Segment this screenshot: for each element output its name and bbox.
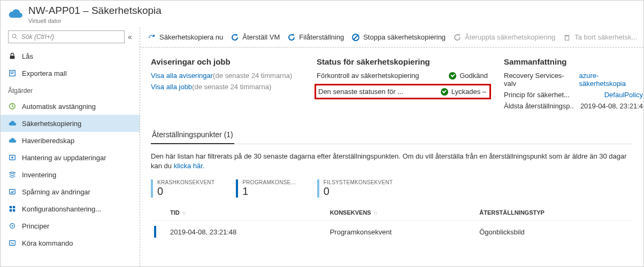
- lock-icon: [8, 52, 17, 60]
- sidebar-item-change-tracking[interactable]: Spårning av ändringar: [1, 183, 140, 200]
- restore-vm-button[interactable]: Återställ VM: [231, 33, 280, 42]
- export-icon: [8, 69, 17, 77]
- sidebar-item-label: Konfigurationshantering...: [22, 205, 101, 213]
- sidebar-item-label: Exportera mall: [22, 69, 67, 77]
- click-here-link[interactable]: klicka här.: [174, 162, 205, 170]
- sidebar-item-auto-shutdown[interactable]: Automatisk avstängning: [1, 98, 140, 115]
- column-recovery-type[interactable]: ÅTERSTÄLLNINGSTYP: [476, 205, 633, 221]
- stop-backup-button[interactable]: Stoppa säkerhetskopiering: [351, 33, 446, 42]
- svg-rect-2: [10, 56, 15, 59]
- svg-rect-10: [10, 206, 12, 208]
- view-jobs-suffix: (de senaste 24 timmarna): [192, 83, 271, 91]
- stop-icon: [351, 33, 360, 42]
- backup-now-icon: [148, 33, 156, 42]
- oldest-key: Äldsta återställningsp..: [504, 102, 574, 110]
- policy-key: Princip för säkerhet...: [504, 91, 570, 99]
- sidebar-item-label: Inventering: [22, 171, 56, 179]
- restore-points-table: TID↑↓ KONSEKVENS↑↓ ÅTERSTÄLLNINGSTYP 201…: [151, 205, 633, 243]
- sidebar-item-export-template[interactable]: Exportera mall: [1, 65, 140, 82]
- svg-rect-20: [565, 35, 570, 36]
- sort-icon: ↑↓: [373, 210, 377, 216]
- search-placeholder: Sök (Ctrl+/): [21, 33, 54, 41]
- search-input[interactable]: Sök (Ctrl+/): [8, 30, 125, 43]
- precheck-value: Godkänd: [459, 72, 488, 80]
- svg-point-0: [12, 34, 16, 38]
- restore-points-tab[interactable]: Återställningspunkter (1): [151, 127, 234, 144]
- svg-line-1: [16, 38, 18, 40]
- last-backup-status-highlight: Den senaste statusen för ... Lyckades –: [315, 84, 491, 99]
- vault-link[interactable]: azure-säkerhetskopia: [579, 72, 643, 88]
- sidebar-item-locks[interactable]: Lås: [1, 48, 140, 65]
- updates-icon: [8, 153, 17, 162]
- trash-icon: [563, 33, 571, 42]
- sort-icon: ↑↓: [182, 210, 185, 216]
- button-label: Säkerhetskopiera nu: [159, 33, 223, 41]
- oldest-value: 2019-04-08, 23:21:4: [580, 102, 643, 110]
- sidebar-collapse-icon[interactable]: «: [125, 33, 135, 41]
- success-icon: [441, 88, 448, 96]
- column-consistency[interactable]: KONSEKVENS↑↓: [327, 205, 477, 221]
- sidebar-item-label: Spårning av ändringar: [22, 188, 90, 196]
- metric-value: 1: [242, 185, 296, 198]
- svg-line-18: [354, 35, 358, 40]
- file-restore-button[interactable]: Filåterställning: [287, 33, 344, 42]
- svg-rect-12: [10, 209, 12, 211]
- svg-rect-4: [11, 72, 14, 72]
- sidebar-item-disaster-recovery[interactable]: Haveriberedskap: [1, 132, 140, 149]
- sidebar-item-run-command[interactable]: Köra kommando: [1, 234, 140, 252]
- page-header: NW-APP01 – Säkerhetskopia Virtuell dator: [1, 1, 643, 27]
- svg-rect-5: [11, 73, 13, 74]
- metric-label: PROGRAMKONSE...: [242, 179, 296, 185]
- metric-crash-consistent[interactable]: KRASHKONSEKVENT 0: [151, 179, 214, 198]
- backup-now-button[interactable]: Säkerhetskopiera nu: [148, 33, 223, 42]
- column-time[interactable]: TID↑↓: [167, 205, 327, 221]
- metric-value: 0: [324, 185, 393, 198]
- svg-rect-13: [13, 209, 15, 211]
- cloud-icon: [8, 136, 17, 145]
- view-all-jobs-link[interactable]: Visa alla jobb: [151, 83, 192, 91]
- page-subtitle: Virtuell dator: [28, 18, 162, 24]
- cloud-icon: [8, 7, 23, 19]
- sidebar-item-update-management[interactable]: Hantering av uppdateringar: [1, 149, 140, 166]
- success-icon: [449, 72, 456, 80]
- cell-time: 2019-04-08, 23:21:48: [167, 221, 327, 244]
- status-heading: Status för säkerhetskopiering: [317, 57, 488, 66]
- button-label: Filåterställning: [299, 33, 344, 41]
- sidebar-item-label: Automatisk avstängning: [22, 103, 96, 111]
- svg-rect-11: [13, 206, 15, 208]
- policy-link[interactable]: DefaulPolicy: [604, 91, 643, 99]
- svg-rect-19: [565, 36, 569, 40]
- sidebar-item-label: Haveriberedskap: [22, 137, 74, 145]
- last-status-value: Lyckades –: [451, 88, 486, 96]
- search-icon: [12, 34, 18, 40]
- sidebar-item-label: Hantering av uppdateringar: [22, 154, 106, 162]
- restore-points-description: Den här listan har filtrerats på de 30 s…: [151, 152, 633, 171]
- sidebar-item-backup[interactable]: Säkerhetskopiering: [1, 115, 140, 132]
- restore-vm-icon: [231, 33, 239, 42]
- sidebar: Sök (Ctrl+/) « Lås Exportera mall Åtgärd…: [1, 27, 140, 266]
- sidebar-item-label: Säkerhetskopiering: [22, 120, 81, 128]
- metric-app-consistent[interactable]: PROGRAMKONSE... 1: [236, 179, 296, 198]
- metric-fs-consistent[interactable]: FILSYSTEMKONSEKVENT 0: [317, 179, 393, 198]
- sidebar-item-config-management[interactable]: Konfigurationshantering...: [1, 200, 140, 217]
- alerts-heading: Aviseringar och jobb: [151, 57, 301, 66]
- sidebar-item-policies[interactable]: Principer: [1, 217, 140, 234]
- table-row[interactable]: 2019-04-08, 23:21:48 Programkonsekvent Ö…: [151, 221, 633, 244]
- summary-heading: Sammanfattning: [504, 57, 643, 66]
- resume-icon: [453, 33, 462, 42]
- button-label: Återuppta säkerhetskopiering: [465, 33, 555, 41]
- cell-consistency: Programkonsekvent: [327, 221, 477, 244]
- cell-recovery-type: Ögonblicksbild: [476, 221, 633, 244]
- view-all-alerts-link[interactable]: Visa alla aviseringar: [151, 72, 213, 80]
- svg-point-15: [12, 225, 13, 227]
- button-label: Stoppa säkerhetskopiering: [363, 33, 446, 41]
- command-bar: Säkerhetskopiera nu Återställ VM Filåter…: [140, 27, 643, 48]
- last-status-label: Den senaste statusen för ...: [318, 88, 403, 96]
- row-marker: [154, 226, 156, 238]
- sidebar-item-inventory[interactable]: Inventering: [1, 166, 140, 183]
- button-label: Ta bort säkerhetsk...: [574, 33, 637, 41]
- command-icon: [8, 239, 17, 247]
- vault-key: Recovery Services-valv: [504, 72, 574, 88]
- sidebar-item-label: Principer: [22, 222, 49, 230]
- track-icon: [8, 187, 17, 196]
